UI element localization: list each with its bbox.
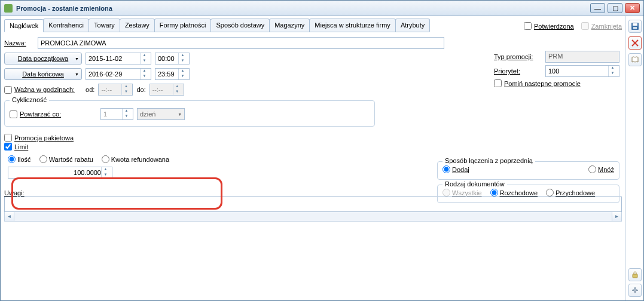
od-label: od:: [86, 86, 94, 93]
wazna-check[interactable]: Ważna w godzinach:: [4, 86, 75, 94]
end-date-input[interactable]: 2016-02-29 ▲▼: [86, 68, 151, 80]
tab-strip: Nagłówek Kontrahenci Towary Zestawy Form…: [4, 19, 429, 32]
end-time-spinner[interactable]: ▲▼: [178, 69, 187, 79]
typ-label: Typ promocji:: [494, 53, 542, 60]
window-title: Promocja - zostanie zmieniona: [16, 5, 590, 12]
laczenie-legend: Sposób łączenia z poprzednią: [442, 157, 535, 164]
limit-value-spinner[interactable]: ▲▼: [101, 167, 109, 178]
titlebar: Promocja - zostanie zmieniona — ▢ ✕: [1, 1, 643, 16]
priorytet-spinner[interactable]: ▲▼: [608, 66, 616, 76]
start-time-spinner[interactable]: ▲▼: [178, 53, 187, 64]
potwierdzona-check[interactable]: Potwierdzona: [524, 22, 574, 30]
pin-button[interactable]: [628, 284, 642, 297]
pin-icon: [631, 286, 639, 294]
laczenie-group: Sposób łączenia z poprzednią Dodaj Mnóż: [437, 161, 619, 180]
powtarzac-spinner[interactable]: ▲▼: [122, 109, 130, 119]
kwota-radio[interactable]: Kwota refundowana: [102, 155, 169, 163]
lock-icon: [631, 271, 639, 279]
minimize-button[interactable]: —: [590, 3, 605, 13]
main-panel: Nagłówek Kontrahenci Towary Zestawy Form…: [1, 16, 625, 300]
save-button[interactable]: [628, 20, 642, 33]
data-poczatkowa-button[interactable]: Data początkowa: [4, 53, 82, 64]
book-icon: [631, 56, 639, 64]
start-time-input[interactable]: 00:00 ▲▼: [155, 53, 190, 64]
start-date-spinner[interactable]: ▲▼: [140, 53, 148, 64]
pomin-check[interactable]: Pomiń następne promocje: [494, 79, 619, 87]
floppy-icon: [631, 22, 639, 30]
pakietowa-check[interactable]: Promocja pakietowa: [4, 134, 622, 142]
window: Promocja - zostanie zmieniona — ▢ ✕ Nagł…: [0, 0, 644, 301]
limit-value-input[interactable]: 100.0000 ▲▼: [8, 167, 112, 179]
tab-zestawy[interactable]: Zestawy: [120, 19, 155, 32]
tab-sposob-dostawy[interactable]: Sposób dostawy: [210, 19, 270, 32]
svg-rect-5: [633, 274, 637, 278]
priorytet-input[interactable]: 100 ▲▼: [545, 65, 619, 77]
tab-kontrahenci[interactable]: Kontrahenci: [43, 19, 89, 32]
ilosc-radio[interactable]: Ilość: [8, 155, 31, 163]
start-date-input[interactable]: 2015-11-02 ▲▼: [86, 53, 151, 64]
tab-naglowek[interactable]: Nagłówek: [4, 19, 44, 32]
tab-formy-platnosci[interactable]: Formy płatności: [154, 19, 212, 32]
svg-rect-2: [633, 27, 637, 29]
content: Nagłówek Kontrahenci Towary Zestawy Form…: [1, 16, 643, 300]
lock-button[interactable]: [628, 268, 642, 281]
zamknieta-check[interactable]: Zamknięta: [581, 22, 622, 30]
od-spinner[interactable]: ▲▼: [121, 84, 130, 95]
close-button[interactable]: ✕: [625, 3, 640, 13]
book-button[interactable]: [628, 53, 642, 66]
nazwa-label: Nazwa:: [4, 39, 38, 47]
delete-button[interactable]: [628, 36, 642, 50]
tab-magazyny[interactable]: Magazyny: [269, 19, 310, 32]
limit-check[interactable]: Limit: [4, 143, 622, 150]
rodzaj-group: Rodzaj dokumentów Wszystkie Rozchodowe P…: [437, 185, 619, 203]
tab-towary[interactable]: Towary: [88, 19, 120, 32]
tab-atrybuty[interactable]: Atrybuty: [395, 19, 430, 32]
do-spinner[interactable]: ▲▼: [173, 84, 181, 95]
svg-rect-1: [633, 23, 637, 26]
window-controls: — ▢ ✕: [590, 3, 640, 13]
do-label: do:: [136, 86, 145, 93]
cyklicznosc-legend: Cykliczność: [10, 96, 49, 103]
app-icon: [4, 4, 13, 13]
do-input[interactable]: --:-- ▲▼: [149, 84, 184, 96]
powtarzac-unit[interactable]: dzień▼: [137, 108, 185, 120]
rozchodowe-radio[interactable]: Rozchodowe: [490, 189, 538, 196]
powtarzac-check[interactable]: Powtarzać co:: [10, 110, 61, 118]
rodzaj-legend: Rodzaj dokumentów: [442, 180, 507, 188]
cyklicznosc-group: Cykliczność Powtarzać co: 1 ▲▼ dzień▼: [4, 100, 375, 127]
scroll-left-icon[interactable]: ◄: [5, 212, 14, 221]
dodaj-radio[interactable]: Dodaj: [442, 165, 469, 173]
end-time-input[interactable]: 23:59 ▲▼: [155, 68, 190, 80]
maximize-button[interactable]: ▢: [608, 3, 622, 13]
data-koncowa-button[interactable]: Data końcowa: [4, 68, 82, 80]
mnoz-radio[interactable]: Mnóż: [588, 165, 614, 173]
tab-miejsca[interactable]: Miejsca w strukturze firmy: [309, 19, 396, 32]
uwagi-scrollbar[interactable]: ◄ ►: [4, 212, 622, 222]
od-input[interactable]: --:-- ▲▼: [98, 84, 133, 96]
wszystkie-radio: Wszystkie: [442, 189, 482, 196]
priorytet-label: Priorytet:: [494, 67, 542, 75]
wartosc-radio[interactable]: Wartość rabatu: [39, 155, 93, 163]
end-date-spinner[interactable]: ▲▼: [140, 69, 148, 79]
powtarzac-value[interactable]: 1 ▲▼: [100, 108, 133, 120]
scroll-right-icon[interactable]: ►: [612, 212, 621, 221]
side-toolbar: [625, 16, 643, 300]
nazwa-input[interactable]: [38, 37, 444, 49]
typ-value[interactable]: PRM: [545, 51, 619, 63]
x-red-icon: [631, 39, 639, 47]
right-panel: Typ promocji: PRM Priorytet: 100 ▲▼ Pomi…: [494, 51, 619, 87]
przychodowe-radio[interactable]: Przychodowe: [546, 189, 595, 196]
